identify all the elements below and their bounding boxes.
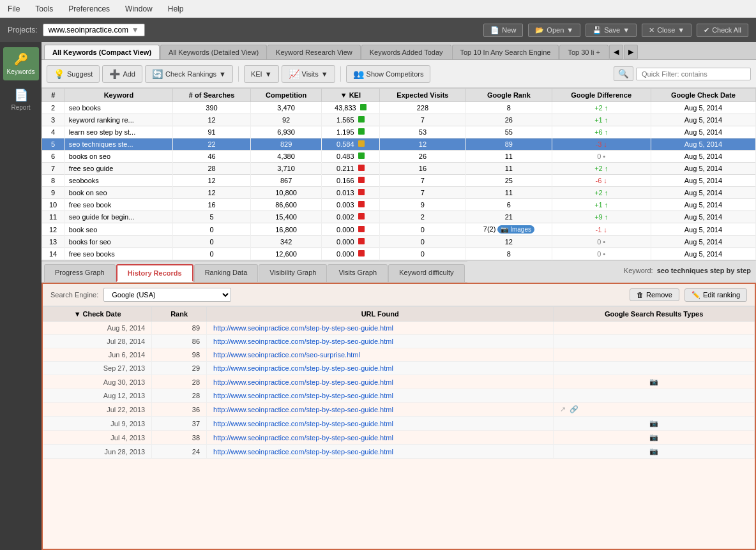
table-row[interactable]: 12 book seo 0 16,800 0.000 0 7(2) 📷 Imag…	[42, 223, 756, 236]
kei-button[interactable]: KEI ▼	[244, 65, 279, 83]
url-link[interactable]: http://www.seoinpractice.com/step-by-ste…	[213, 324, 393, 332]
bottom-tab-history[interactable]: History Records	[116, 264, 193, 282]
history-table-row[interactable]: Jun 28, 2013 24 http://www.seoinpractice…	[43, 445, 755, 459]
table-row[interactable]: 11 seo guide for begin... 5 15,400 0.002…	[42, 211, 756, 223]
table-row[interactable]: 8 seobooks 12 867 0.166 7 25 -6 ↓ Aug 5,…	[42, 175, 756, 187]
history-table-row[interactable]: Jul 4, 2013 38 http://www.seoinpractice.…	[43, 431, 755, 445]
check-rankings-button[interactable]: 🔄 Check Rankings ▼	[145, 65, 233, 83]
cell-visits: 9	[379, 199, 466, 211]
history-table-row[interactable]: Aug 12, 2013 28 http://www.seoinpractice…	[43, 389, 755, 403]
tab-next-button[interactable]: ▶	[624, 45, 638, 59]
cell-visits: 2	[379, 211, 466, 223]
close-button[interactable]: ✕ Close ▼	[642, 24, 692, 37]
bottom-tab-visits[interactable]: Visits Graph	[328, 264, 388, 282]
bottom-tab-ranking[interactable]: Ranking Data	[194, 264, 259, 282]
url-link[interactable]: http://www.seoinpractice.com/seo-surpris…	[213, 351, 360, 359]
suggest-button[interactable]: 💡 Suggest	[47, 65, 100, 83]
history-cell-types	[554, 362, 755, 375]
menu-preferences[interactable]: Preferences	[66, 3, 112, 15]
filter-input[interactable]	[636, 68, 751, 80]
bottom-tab-keyword-diff[interactable]: Keyword difficulty	[388, 264, 464, 282]
history-table-row[interactable]: Jul 22, 2013 36 http://www.seoinpractice…	[43, 403, 755, 417]
history-table-row[interactable]: Aug 5, 2014 89 http://www.seoinpractice.…	[43, 322, 755, 335]
edit-ranking-button[interactable]: ✏️ Edit ranking	[684, 288, 747, 302]
cell-keyword: book seo	[64, 223, 172, 236]
cell-competition: 92	[250, 114, 321, 126]
camera-icon[interactable]: 📷	[649, 447, 658, 455]
table-row[interactable]: 5 seo techniques ste... 22 829 0.584 12 …	[42, 138, 756, 151]
history-table-row[interactable]: Sep 27, 2013 29 http://www.seoinpractice…	[43, 362, 755, 375]
table-row[interactable]: 7 free seo guide 28 3,710 0.211 16 11 +2…	[42, 163, 756, 175]
tabs-bar: All Keywords (Compact View) All Keywords…	[42, 42, 756, 60]
url-link[interactable]: http://www.seoinpractice.com/step-by-ste…	[213, 392, 393, 399]
save-button[interactable]: 💾 Save ▼	[586, 24, 637, 37]
camera-icon[interactable]: 📷	[649, 378, 658, 385]
visits-button[interactable]: 📈 Visits ▼	[282, 65, 335, 83]
url-link[interactable]: http://www.seoinpractice.com/step-by-ste…	[213, 406, 393, 413]
cell-num: 3	[42, 114, 65, 126]
table-row[interactable]: 9 book on seo 12 10,800 0.013 7 11 +2 ↑ …	[42, 187, 756, 199]
cell-competition: 12,600	[250, 248, 321, 260]
diff-value: 0 •	[597, 238, 605, 246]
cell-date: Aug 5, 2014	[651, 199, 755, 211]
table-row[interactable]: 14 free seo books 0 12,600 0.000 0 8 0 •…	[42, 248, 756, 260]
link-icon[interactable]: 🔗	[570, 405, 578, 413]
url-link[interactable]: http://www.seoinpractice.com/step-by-ste…	[213, 338, 393, 345]
share-icon[interactable]: ↗	[560, 405, 566, 413]
history-table-row[interactable]: Jul 9, 2013 37 http://www.seoinpractice.…	[43, 417, 755, 431]
table-row[interactable]: 2 seo books 390 3,470 43,833 228 8 +2 ↑ …	[42, 102, 756, 114]
history-cell-date: Jun 6, 2014	[43, 348, 152, 362]
tab-top10[interactable]: Top 10 In Any Search Engine	[452, 45, 559, 59]
sidebar-item-keywords[interactable]: 🔑 Keywords	[3, 47, 39, 80]
bottom-tab-progress[interactable]: Progress Graph	[44, 264, 116, 282]
cell-rank: 11	[466, 187, 552, 199]
project-dropdown[interactable]: www.seoinpractice.com ▼	[43, 24, 145, 36]
url-link[interactable]: http://www.seoinpractice.com/step-by-ste…	[213, 434, 393, 442]
check-all-button[interactable]: ✔ Check All	[697, 24, 748, 37]
menu-help[interactable]: Help	[165, 3, 186, 15]
cell-date: Aug 5, 2014	[651, 248, 755, 260]
keywords-icon: 🔑	[14, 52, 28, 66]
new-button[interactable]: 📄 New	[483, 24, 523, 37]
cell-diff: -1 ↓	[552, 223, 651, 236]
url-link[interactable]: http://www.seoinpractice.com/step-by-ste…	[213, 420, 393, 427]
table-row[interactable]: 6 books on seo 46 4,380 0.483 26 11 0 • …	[42, 151, 756, 163]
table-row[interactable]: 3 keyword ranking re... 12 92 1.565 7 26…	[42, 114, 756, 126]
camera-icon[interactable]: 📷	[649, 419, 658, 427]
tab-compact-view[interactable]: All Keywords (Compact View)	[44, 45, 160, 59]
remove-button[interactable]: 🗑 Remove	[630, 288, 679, 301]
menu-file[interactable]: File	[5, 3, 22, 15]
add-button[interactable]: ➕ Add	[102, 65, 142, 83]
tab-top30[interactable]: Top 30 li +	[559, 45, 608, 59]
action-icons[interactable]: ↗🔗	[560, 405, 748, 413]
history-cell-date: Jul 28, 2014	[43, 335, 152, 348]
menu-window[interactable]: Window	[123, 3, 155, 15]
table-row[interactable]: 10 free seo book 16 86,600 0.003 9 6 +1 …	[42, 199, 756, 211]
url-link[interactable]: http://www.seoinpractice.com/step-by-ste…	[213, 364, 393, 372]
tab-prev-button[interactable]: ◀	[609, 45, 623, 59]
sidebar-item-report[interactable]: 📄 Report	[3, 83, 39, 116]
url-link[interactable]: http://www.seoinpractice.com/step-by-ste…	[213, 378, 393, 386]
menu-tools[interactable]: Tools	[33, 3, 56, 15]
history-table-row[interactable]: Jun 6, 2014 98 http://www.seoinpractice.…	[43, 348, 755, 362]
table-row[interactable]: 4 learn seo step by st... 91 6,930 1.195…	[42, 126, 756, 138]
history-cell-rank: 98	[152, 348, 207, 362]
open-button[interactable]: 📂 Open ▼	[528, 24, 580, 37]
url-link[interactable]: http://www.seoinpractice.com/step-by-ste…	[213, 448, 393, 456]
camera-icon[interactable]: 📷	[649, 433, 658, 441]
filter-search-button[interactable]: 🔍	[614, 66, 633, 81]
history-table-row[interactable]: Aug 30, 2013 28 http://www.seoinpractice…	[43, 375, 755, 389]
tab-research-view[interactable]: Keyword Research View	[268, 45, 361, 59]
engine-select[interactable]: Google (USA)	[103, 288, 231, 302]
kei-indicator	[358, 140, 365, 147]
tab-added-today[interactable]: Keywords Added Today	[361, 45, 451, 59]
table-row[interactable]: 13 books for seo 0 342 0.000 0 12 0 • Au…	[42, 236, 756, 248]
cell-rank: 8	[466, 102, 552, 114]
cell-searches: 5	[173, 211, 251, 223]
show-competitors-button[interactable]: 👥 Show Competitors	[346, 65, 431, 83]
bottom-tab-visibility[interactable]: Visibility Graph	[259, 264, 327, 282]
tab-detailed-view[interactable]: All Keywords (Detailed View)	[160, 45, 267, 59]
history-cell-date: Aug 5, 2014	[43, 322, 152, 335]
history-table-row[interactable]: Jul 28, 2014 86 http://www.seoinpractice…	[43, 335, 755, 348]
cell-date: Aug 5, 2014	[651, 102, 755, 114]
